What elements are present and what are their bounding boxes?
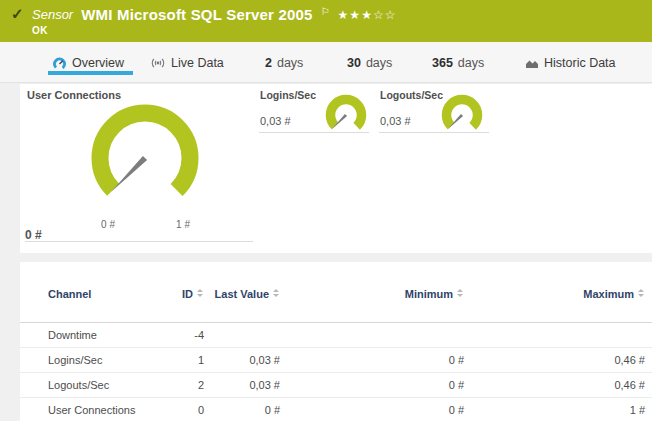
- logins-gauge-value: 0,03 #: [260, 115, 291, 127]
- cell-last-value: 0,03 #: [204, 354, 280, 366]
- status-ok-icon: ✓: [11, 5, 24, 23]
- cell-minimum: 0 #: [280, 354, 464, 366]
- tab-2-days-unit: days: [277, 56, 303, 70]
- column-header-maximum-label: Maximum: [583, 288, 634, 300]
- cell-channel[interactable]: Logouts/Sec: [48, 379, 178, 391]
- tab-historic-data-label: Historic Data: [544, 56, 616, 70]
- main-gauge-scale-min: 0 #: [92, 219, 124, 230]
- column-header-channel-label: Channel: [48, 288, 91, 300]
- table-row-user-connections[interactable]: User Connections 0 0 # 0 # 1 #: [20, 398, 652, 421]
- tab-historic-data[interactable]: Historic Data: [525, 53, 616, 73]
- cell-maximum: 0,46 #: [464, 379, 645, 391]
- tab-365-days-unit: days: [458, 56, 484, 70]
- logins-gauge: [324, 93, 368, 137]
- tab-2-days-number: 2: [265, 56, 272, 70]
- column-header-last-value[interactable]: Last Value: [204, 288, 280, 300]
- table-row-logouts-sec[interactable]: Logouts/Sec 2 0,03 # 0 # 0,46 #: [20, 373, 652, 398]
- star-rating[interactable]: ★★★☆☆: [338, 7, 397, 23]
- column-header-channel[interactable]: Channel: [48, 288, 178, 300]
- tab-365-days-number: 365: [432, 56, 453, 70]
- tab-live-data-label: Live Data: [171, 56, 224, 70]
- tab-365-days[interactable]: 365 days: [432, 53, 484, 73]
- tab-overview-label: Overview: [72, 56, 124, 70]
- cell-last-value: 0,03 #: [204, 379, 280, 391]
- user-connections-gauge: [85, 98, 205, 218]
- table-row-downtime[interactable]: Downtime -4: [20, 323, 652, 348]
- tab-live-data[interactable]: Live Data: [150, 53, 224, 73]
- cell-minimum: 0 #: [280, 379, 464, 391]
- logouts-gauge: [440, 93, 484, 137]
- cell-channel[interactable]: User Connections: [48, 404, 178, 416]
- sort-icon: [457, 289, 464, 297]
- cell-maximum: 0,46 #: [464, 354, 645, 366]
- overview-gauges-panel: User Connections 0 # 1 # 0 # Logins/Sec …: [20, 84, 652, 253]
- tab-30-days[interactable]: 30 days: [347, 53, 392, 73]
- column-header-id-label: ID: [182, 288, 193, 300]
- tab-2-days[interactable]: 2 days: [265, 53, 303, 73]
- sensor-title: WMI Microsoft SQL Server 2005: [81, 6, 312, 24]
- main-gauge-value: 0 #: [25, 228, 42, 242]
- live-data-icon: [150, 57, 166, 69]
- historic-data-icon: [525, 57, 539, 69]
- tab-overview[interactable]: Overview: [52, 53, 124, 73]
- column-header-minimum[interactable]: Minimum: [280, 288, 464, 300]
- cell-id: 1: [178, 354, 204, 366]
- column-header-id[interactable]: ID: [178, 288, 204, 300]
- table-row-logins-sec[interactable]: Logins/Sec 1 0,03 # 0 # 0,46 #: [20, 348, 652, 373]
- column-header-last-value-label: Last Value: [215, 288, 269, 300]
- column-header-maximum[interactable]: Maximum: [464, 288, 645, 300]
- divider: [25, 241, 253, 242]
- cell-last-value: 0 #: [204, 404, 280, 416]
- cell-id: -4: [178, 329, 204, 341]
- main-gauge-scale-max: 1 #: [167, 219, 199, 230]
- gauge-needle: [111, 156, 147, 192]
- sensor-header: ✓ Sensor WMI Microsoft SQL Server 2005 ⚐…: [0, 0, 652, 42]
- logouts-gauge-value: 0,03 #: [380, 115, 411, 127]
- channel-table-panel: Channel ID Last Value Minimum Maximum Do…: [20, 262, 652, 421]
- logouts-gauge-label: Logouts/Sec: [380, 89, 443, 101]
- divider: [259, 132, 369, 133]
- gauge-icon: [52, 56, 67, 71]
- tab-bar: Overview Live Data 2 days 30 days 365 da…: [0, 42, 652, 83]
- cell-channel[interactable]: Logins/Sec: [48, 354, 178, 366]
- tab-30-days-number: 30: [347, 56, 361, 70]
- divider: [379, 132, 489, 133]
- sensor-kind-label: Sensor: [32, 6, 73, 24]
- sort-icon: [273, 289, 280, 297]
- sort-icon: [197, 289, 204, 297]
- sort-icon: [638, 289, 645, 297]
- cell-maximum: 1 #: [464, 404, 645, 416]
- active-tab-indicator: [48, 71, 133, 75]
- column-header-minimum-label: Minimum: [405, 288, 453, 300]
- status-badge: OK: [32, 25, 48, 36]
- sensor-title-line: Sensor WMI Microsoft SQL Server 2005 ⚐ ★…: [32, 6, 396, 24]
- priority-flag-icon[interactable]: ⚐: [321, 6, 330, 18]
- cell-id: 0: [178, 404, 204, 416]
- cell-minimum: 0 #: [280, 404, 464, 416]
- cell-id: 2: [178, 379, 204, 391]
- cell-channel[interactable]: Downtime: [48, 329, 178, 341]
- table-header-row: Channel ID Last Value Minimum Maximum: [20, 288, 652, 322]
- logins-gauge-label: Logins/Sec: [260, 89, 316, 101]
- tab-30-days-unit: days: [366, 56, 392, 70]
